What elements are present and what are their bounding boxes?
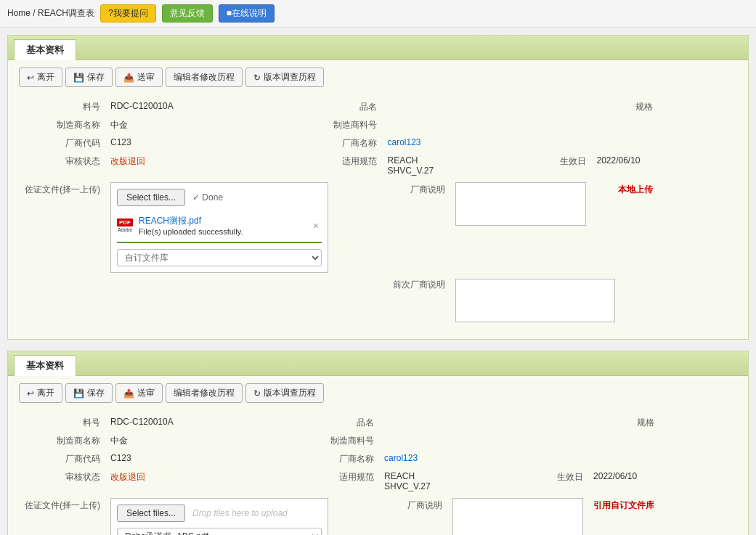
ref-library-label-2: 引用自订文件库 xyxy=(589,495,659,535)
upload-divider-1 xyxy=(117,242,322,243)
edit-history-label-1: 编辑者修改历程 xyxy=(174,71,235,83)
applicable-spec-label-1: 适用规范 xyxy=(316,153,381,178)
upload-top-2: Select files... Drop files here to uploa… xyxy=(117,505,322,522)
select-files-button-1[interactable]: Select files... xyxy=(117,189,185,206)
vendor-name-label-1: 厂商名称 xyxy=(316,135,381,152)
form2-row-1: 料号 RDC-C120010A 品名 规格 xyxy=(20,414,736,431)
vendor-desc-textarea-1[interactable] xyxy=(455,182,586,226)
submit-label-1: 送审 xyxy=(137,71,155,83)
vendor-desc-cell-2 xyxy=(448,495,588,535)
card-1-tab: 基本资料 xyxy=(14,39,76,60)
upload-area-1: Select files... ✓ Done PDF Adobe R xyxy=(106,179,383,275)
form-row-6: 前次厂商说明 xyxy=(20,277,736,327)
save-label-1: 保存 xyxy=(87,71,105,83)
manufacturer-value-2: 中金 xyxy=(106,433,312,449)
select-files-button-2[interactable]: Select files... xyxy=(117,505,185,522)
file-name-1: REACH测报.pdf xyxy=(139,215,304,227)
feedback-button[interactable]: 意见反馈 xyxy=(162,4,213,23)
upload-area-2: Select files... Drop files here to uploa… xyxy=(106,495,380,535)
upload-top-1: Select files... ✓ Done xyxy=(117,189,322,206)
applicable-spec-value-1: REACHSHVC_V.27 xyxy=(383,153,450,178)
vendor-desc-label-2: 厂商说明 xyxy=(381,495,447,535)
library-select-2[interactable]: Rohs承诺书_ABS.pdf xyxy=(117,528,322,535)
library-select-1[interactable]: 自订文件库 xyxy=(117,249,322,266)
manufacturer-label-1: 制造商名称 xyxy=(20,117,105,134)
breadcrumb: Home / REACH调查表 xyxy=(7,7,94,20)
manufacturer-no-value-1 xyxy=(383,117,736,134)
card-2-header: 基本资料 xyxy=(8,351,748,376)
vendor-name-label-2: 厂商名称 xyxy=(313,451,378,467)
effective-date-value-2: 2022/06/10 xyxy=(589,469,736,494)
form-row-1: 料号 RDC-C120010A 品名 规格 xyxy=(20,99,736,115)
card-2-form: 料号 RDC-C120010A 品名 规格 制造商名称 中金 制造商料号 厂商代… xyxy=(19,413,737,535)
vendor-code-label-1: 厂商代码 xyxy=(20,135,105,152)
save-button-2[interactable]: 💾 保存 xyxy=(65,383,113,403)
card-1-body: ↩ 离开 💾 保存 📤 送审 编辑者修改历程 ↻ 版本调查历程 xyxy=(8,60,748,339)
vendor-name-value-1: carol123 xyxy=(383,135,736,152)
edit-history-label-2: 编辑者修改历程 xyxy=(174,387,235,399)
product-name-value-1 xyxy=(383,99,590,115)
form2-row-4: 审核状态 改版退回 适用规范 REACHSHVC_V.27 生效日 2022/0… xyxy=(20,469,736,494)
prev-vendor-desc-textarea-1[interactable] xyxy=(455,279,615,322)
save-button-1[interactable]: 💾 保存 xyxy=(65,68,113,87)
applicable-spec-label-2: 适用规范 xyxy=(313,469,378,494)
file-info-1: REACH测报.pdf File(s) uploaded successfull… xyxy=(139,215,304,236)
library-dropdown-row-1: 自订文件库 xyxy=(117,249,322,266)
upload-box-2: Select files... Drop files here to uploa… xyxy=(110,498,328,535)
file-remove-button-1[interactable]: × xyxy=(310,220,322,232)
version-history-button-2[interactable]: ↻ 版本调查历程 xyxy=(245,383,324,403)
review-status-value-2: 改版退回 xyxy=(106,469,312,494)
manufacturer-label-2: 制造商名称 xyxy=(20,433,105,449)
form2-row-3: 厂商代码 C123 厂商名称 carol123 xyxy=(20,451,736,467)
form2-row-5: 佐证文件(择一上传) Select files... Drop files he… xyxy=(20,495,736,535)
help-button[interactable]: ?我要提问 xyxy=(100,4,156,23)
vendor-code-label-2: 厂商代码 xyxy=(20,451,105,467)
manufacturer-no-label-2: 制造商料号 xyxy=(313,433,378,449)
card-2-toolbar: ↩ 离开 💾 保存 📤 送审 编辑者修改历程 ↻ 版本调查历程 xyxy=(19,383,737,403)
vendor-code-value-1: C123 xyxy=(106,135,314,152)
submit-button-1[interactable]: 📤 送审 xyxy=(115,68,163,87)
form-row-5: 佐证文件(择一上传) Select files... ✓ Done PD xyxy=(20,179,736,275)
spec-value-2 xyxy=(660,414,736,431)
file-status-1: File(s) uploaded successfully. xyxy=(139,227,304,236)
version-icon-2: ↻ xyxy=(253,388,261,399)
material-no-label-2: 料号 xyxy=(20,414,105,431)
spec-label-2: 规格 xyxy=(589,414,659,431)
vendor-name-value-2: carol123 xyxy=(380,451,736,467)
home-link[interactable]: Home xyxy=(7,8,31,18)
save-icon-2: 💾 xyxy=(73,388,84,399)
form-row-4: 审核状态 改版退回 适用规范 REACHSHVC_V.27 生效日 2022/0… xyxy=(20,153,736,178)
product-name-value-2 xyxy=(380,414,588,431)
manual-button[interactable]: ■在线说明 xyxy=(219,4,275,23)
edit-history-button-1[interactable]: 编辑者修改历程 xyxy=(166,68,243,87)
version-history-label-2: 版本调查历程 xyxy=(264,387,316,399)
review-status-value-1: 改版退回 xyxy=(106,153,314,178)
effective-date-value-1: 2022/06/10 xyxy=(592,153,736,178)
leave-label-2: 离开 xyxy=(37,387,54,399)
evidence-label-2: 佐证文件(择一上传) xyxy=(20,495,105,535)
submit-button-2[interactable]: 📤 送审 xyxy=(115,383,163,403)
manufacturer-no-value-2 xyxy=(380,433,736,449)
submit-icon-2: 📤 xyxy=(123,388,134,399)
form-row-2: 制造商名称 中金 制造商料号 xyxy=(20,117,736,134)
version-history-button-1[interactable]: ↻ 版本调查历程 xyxy=(245,68,324,87)
card-1-header: 基本资料 xyxy=(8,36,748,60)
leave-button-1[interactable]: ↩ 离开 xyxy=(19,68,62,87)
save-label-2: 保存 xyxy=(87,387,105,399)
version-history-label-1: 版本调查历程 xyxy=(264,71,316,83)
drop-hint-2: Drop files here to upload xyxy=(192,508,288,518)
library-dropdown-row-2: Rohs承诺书_ABS.pdf xyxy=(117,528,322,535)
prev-vendor-desc-label-1: 前次厂商说明 xyxy=(384,277,450,327)
save-icon-1: 💾 xyxy=(73,73,84,83)
page-content: 基本资料 ↩ 离开 💾 保存 📤 送审 编辑者修改历程 xyxy=(0,28,756,535)
manufacturer-no-label-1: 制造商料号 xyxy=(316,117,381,134)
material-no-label-1: 料号 xyxy=(20,99,105,115)
leave-button-2[interactable]: ↩ 离开 xyxy=(19,383,62,403)
version-icon-1: ↻ xyxy=(253,73,261,83)
edit-history-button-2[interactable]: 编辑者修改历程 xyxy=(166,383,243,403)
vendor-desc-textarea-2[interactable] xyxy=(452,498,583,535)
submit-label-2: 送审 xyxy=(137,387,155,399)
spec-label-1: 规格 xyxy=(592,99,657,115)
card-1-toolbar: ↩ 离开 💾 保存 📤 送审 编辑者修改历程 ↻ 版本调查历程 xyxy=(19,68,737,87)
pdf-icon-1: PDF Adobe xyxy=(117,219,133,232)
